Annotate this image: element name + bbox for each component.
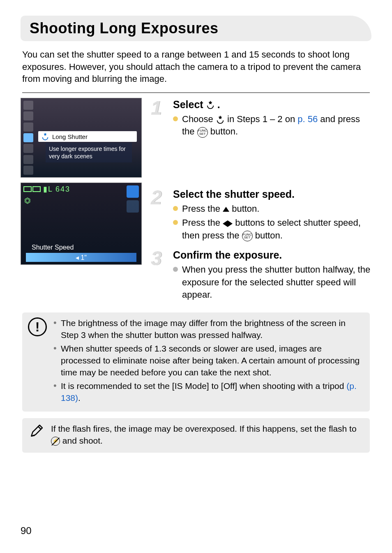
- step-1-title: Select .: [173, 99, 371, 111]
- tip-text: If the flash fires, the image may be ove…: [51, 423, 362, 447]
- bullet-icon: [173, 206, 178, 211]
- shutter-speed-bar: 1": [26, 253, 136, 262]
- long-shutter-icon: [41, 132, 50, 141]
- lock-icon: ⏣: [24, 196, 31, 205]
- bullet-icon: [173, 267, 178, 272]
- section-divider: [22, 93, 370, 93]
- warning-callout: ! The brightness of the image may differ…: [22, 312, 370, 412]
- note-icon: [28, 423, 44, 447]
- page-link-56[interactable]: p. 56: [297, 114, 318, 124]
- step-2: 2 Select the shutter speed. Press the bu…: [151, 188, 371, 242]
- warning-item: It is recommended to set the [IS Mode] t…: [53, 380, 362, 404]
- step-number-3: 3: [151, 249, 167, 301]
- steps-column: 1 Select . Choose in Steps 1 – 2 on p. 5…: [151, 98, 371, 308]
- page-number: 90: [21, 525, 32, 537]
- shot-counter: ▮L 643: [23, 185, 70, 194]
- warning-item: The brightness of the image may differ f…: [53, 317, 362, 341]
- remaining-shots: 643: [55, 185, 70, 194]
- up-arrow-icon: [223, 207, 229, 212]
- tip-callout: If the flash fires, the image may be ove…: [22, 418, 370, 453]
- step-1-bullet: Choose in Steps 1 – 2 on p. 56 and press…: [173, 113, 371, 138]
- shutter-speed-label: Shutter Speed: [32, 244, 74, 251]
- screenshot-column: Long Shutter Use longer exposure times f…: [21, 98, 142, 308]
- warning-item: When shutter speeds of 1.3 seconds or sl…: [53, 343, 362, 379]
- long-shutter-icon: [206, 100, 215, 109]
- func-set-button-icon: FUNCSET: [242, 231, 253, 241]
- screenshot-mode-menu: Long Shutter Use longer exposure times f…: [21, 98, 142, 178]
- flash-off-icon: ⚡: [51, 437, 60, 446]
- func-set-button-icon: FUNCSET: [197, 127, 208, 138]
- bullet-icon: [173, 116, 178, 121]
- step-2-title: Select the shutter speed.: [173, 188, 371, 200]
- content-row: Long Shutter Use longer exposure times f…: [21, 98, 371, 308]
- left-right-arrow-icon: [223, 220, 233, 227]
- section-title-bar: Shooting Long Exposures: [21, 16, 371, 41]
- mode-indicators: [127, 185, 139, 213]
- intro-paragraph: You can set the shutter speed to a range…: [22, 49, 370, 85]
- bullet-icon: [173, 220, 178, 225]
- step-2-bullet-1: Press the button.: [173, 203, 371, 215]
- long-shutter-icon: [216, 115, 225, 124]
- mode-label: Long Shutter: [52, 133, 88, 140]
- shutter-speed-value: 1": [76, 254, 87, 261]
- warning-list: The brightness of the image may differ f…: [53, 317, 362, 404]
- mode-description: Use longer exposure times for very dark …: [46, 143, 132, 162]
- step-3-title: Confirm the exposure.: [173, 249, 371, 261]
- mode-side-icons: [23, 101, 36, 175]
- step-3: 3 Confirm the exposure. When you press t…: [151, 249, 371, 301]
- step-number-2: 2: [151, 188, 167, 242]
- screenshot-shutter-speed: ▮L 643 ⏣ Shutter Speed 1": [21, 183, 142, 265]
- step-number-1: 1: [151, 99, 167, 181]
- step-1: 1 Select . Choose in Steps 1 – 2 on p. 5…: [151, 99, 371, 181]
- step-2-bullet-2: Press the buttons to select shutter spee…: [173, 217, 371, 242]
- mode-selected-row: Long Shutter: [38, 131, 137, 142]
- section-title: Shooting Long Exposures: [30, 20, 362, 37]
- warning-icon: !: [28, 317, 47, 336]
- step-3-bullet: When you press the shutter button halfwa…: [173, 264, 371, 301]
